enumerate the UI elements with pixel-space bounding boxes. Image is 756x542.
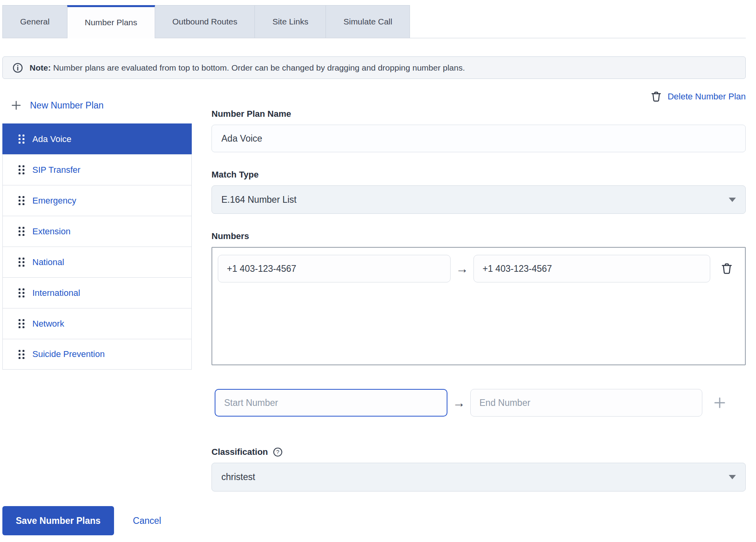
plan-label: Network — [32, 319, 64, 329]
sidebar-item-extension[interactable]: Extension — [2, 216, 192, 247]
tab-outbound-routes[interactable]: Outbound Routes — [155, 5, 255, 38]
plan-label: Extension — [32, 226, 71, 237]
drag-handle-icon[interactable] — [19, 227, 24, 236]
number-row: → — [218, 255, 739, 282]
trash-icon — [650, 91, 662, 103]
numbers-list-box: → — [211, 247, 746, 365]
sidebar-item-international[interactable]: International — [2, 277, 192, 308]
tab-general[interactable]: General — [2, 5, 67, 38]
note-body: Number plans are evaluated from top to b… — [53, 63, 465, 72]
number-plan-name-label: Number Plan Name — [211, 109, 746, 119]
match-type-label: Match Type — [211, 170, 746, 180]
sidebar-item-ada-voice[interactable]: Ada Voice — [2, 123, 192, 154]
help-icon[interactable] — [273, 447, 283, 457]
sidebar-item-network[interactable]: Network — [2, 308, 192, 339]
tab-site-links[interactable]: Site Links — [254, 5, 326, 38]
classification-label-row: Classification — [211, 447, 746, 457]
save-number-plans-button[interactable]: Save Number Plans — [2, 506, 114, 535]
numbers-label: Numbers — [211, 231, 746, 241]
plan-list: Ada Voice SIP Transfer Emergency Extensi… — [2, 123, 192, 370]
delete-number-plan-label: Delete Number Plan — [668, 92, 746, 102]
add-number-button[interactable] — [713, 396, 727, 410]
plus-icon — [10, 99, 22, 111]
sidebar-item-sip-transfer[interactable]: SIP Transfer — [2, 154, 192, 185]
number-plan-name-input[interactable] — [211, 125, 746, 152]
sidebar-item-national[interactable]: National — [2, 247, 192, 277]
arrow-right-icon: → — [447, 396, 470, 410]
plan-label: Emergency — [32, 196, 76, 206]
classification-select[interactable]: christest — [211, 463, 746, 492]
number-start-input[interactable] — [218, 255, 451, 282]
classification-label: Classification — [211, 447, 268, 457]
drag-handle-icon[interactable] — [19, 350, 24, 359]
actions-bar: Save Number Plans Cancel — [2, 506, 746, 535]
classification-value: christest — [221, 472, 255, 482]
plan-label: Suicide Prevention — [32, 349, 105, 359]
note-label: Note: — [30, 63, 51, 72]
new-number-plan-label: New Number Plan — [30, 100, 104, 111]
plan-label: International — [32, 288, 80, 298]
number-plans-page: General Number Plans Outbound Routes Sit… — [0, 0, 756, 535]
tab-simulate-call[interactable]: Simulate Call — [326, 5, 410, 38]
arrow-right-icon: → — [451, 262, 473, 276]
info-icon — [12, 62, 23, 73]
delete-number-row-button[interactable] — [720, 262, 733, 275]
drag-handle-icon[interactable] — [19, 258, 24, 267]
match-type-select[interactable]: E.164 Number List — [211, 185, 746, 214]
plan-sidebar: New Number Plan Ada Voice SIP Transfer E… — [2, 79, 192, 492]
delete-number-plan-button[interactable]: Delete Number Plan — [211, 91, 746, 103]
drag-handle-icon[interactable] — [19, 319, 24, 328]
note-banner: Note:Number plans are evaluated from top… — [2, 56, 746, 79]
plan-label: SIP Transfer — [32, 165, 80, 175]
trash-icon — [720, 262, 733, 275]
plan-editor: Delete Number Plan Number Plan Name Matc… — [211, 79, 746, 492]
tab-number-plans[interactable]: Number Plans — [67, 5, 155, 38]
add-number-row: → — [211, 389, 746, 417]
drag-handle-icon[interactable] — [19, 196, 24, 205]
start-number-input[interactable] — [215, 389, 447, 417]
drag-handle-icon[interactable] — [19, 288, 24, 297]
cancel-button[interactable]: Cancel — [133, 516, 161, 526]
sidebar-item-emergency[interactable]: Emergency — [2, 185, 192, 216]
end-number-input[interactable] — [470, 389, 702, 417]
match-type-value: E.164 Number List — [221, 194, 296, 205]
new-number-plan-button[interactable]: New Number Plan — [10, 99, 104, 111]
plan-label: Ada Voice — [32, 134, 71, 144]
plan-label: National — [32, 257, 64, 267]
drag-handle-icon[interactable] — [19, 165, 24, 174]
number-end-input[interactable] — [473, 255, 710, 282]
note-text: Note:Number plans are evaluated from top… — [30, 63, 465, 73]
chevron-down-icon — [729, 475, 736, 479]
tab-bar: General Number Plans Outbound Routes Sit… — [2, 5, 746, 38]
chevron-down-icon — [729, 198, 736, 202]
drag-handle-icon[interactable] — [19, 135, 24, 144]
sidebar-item-suicide-prevention[interactable]: Suicide Prevention — [2, 339, 192, 370]
